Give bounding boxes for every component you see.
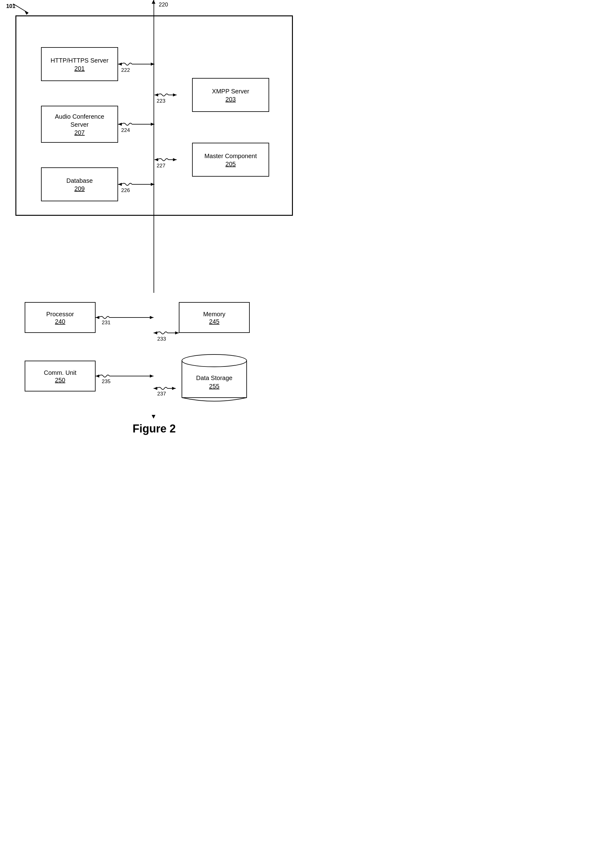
box-205-id: 205 — [225, 160, 236, 168]
svg-marker-49 — [154, 387, 157, 390]
box-209-id: 209 — [74, 185, 85, 192]
svg-marker-20 — [154, 158, 158, 161]
svg-marker-4 — [118, 63, 122, 66]
svg-marker-9 — [173, 93, 177, 96]
box-207-id: 207 — [74, 129, 85, 136]
svg-text:223: 223 — [157, 98, 165, 104]
svg-text:237: 237 — [157, 391, 166, 397]
ref-arrow-101 — [13, 4, 31, 16]
svg-marker-34 — [150, 316, 154, 319]
svg-marker-19 — [173, 158, 177, 161]
box-207-title: Audio ConferenceServer — [55, 113, 104, 129]
label-220: 220 — [159, 2, 168, 8]
box-xmpp-server: XMPP Server 203 — [192, 78, 269, 112]
svg-marker-43 — [96, 375, 99, 378]
svg-marker-33 — [96, 316, 99, 319]
box-209-title: Database — [66, 177, 93, 185]
bottom-connectors-svg: 231 233 235 237 — [0, 293, 308, 416]
box-audio-conference-server: Audio ConferenceServer 207 — [41, 106, 118, 143]
svg-marker-14 — [118, 123, 122, 126]
svg-marker-44 — [150, 375, 154, 378]
box-master-component: Master Component 205 — [192, 143, 269, 177]
svg-text:233: 233 — [157, 336, 166, 342]
svg-marker-48 — [172, 387, 176, 390]
box-http-server: HTTP/HTTPS Server 201 — [41, 47, 118, 81]
arrow-top — [152, 0, 156, 4]
svg-text:231: 231 — [102, 320, 110, 325]
svg-text:224: 224 — [121, 127, 130, 133]
svg-text:235: 235 — [102, 378, 110, 385]
svg-marker-5 — [151, 63, 154, 66]
figure-caption: Figure 2 — [0, 422, 308, 441]
svg-line-0 — [13, 4, 28, 13]
box-203-id: 203 — [225, 96, 236, 103]
svg-text:222: 222 — [121, 67, 130, 73]
bottom-section: Processor 240 Memory 245 Comm. Unit 250 … — [0, 293, 308, 416]
svg-marker-25 — [151, 183, 154, 186]
top-section-box: HTTP/HTTPS Server 201 Audio ConferenceSe… — [16, 16, 293, 216]
box-201-id: 201 — [74, 65, 85, 72]
svg-text:226: 226 — [121, 187, 130, 193]
box-203-title: XMPP Server — [212, 87, 250, 95]
svg-marker-39 — [154, 331, 157, 334]
box-205-title: Master Component — [204, 152, 257, 160]
box-database: Database 209 — [41, 167, 118, 201]
svg-marker-24 — [118, 183, 122, 186]
svg-marker-38 — [175, 331, 179, 334]
svg-marker-10 — [154, 93, 158, 96]
svg-text:227: 227 — [157, 163, 165, 169]
box-201-title: HTTP/HTTPS Server — [50, 57, 108, 64]
diagram-container: 101 220 HTTP/HTTPS Server 201 Audio Conf… — [0, 0, 308, 416]
svg-marker-15 — [151, 123, 154, 126]
